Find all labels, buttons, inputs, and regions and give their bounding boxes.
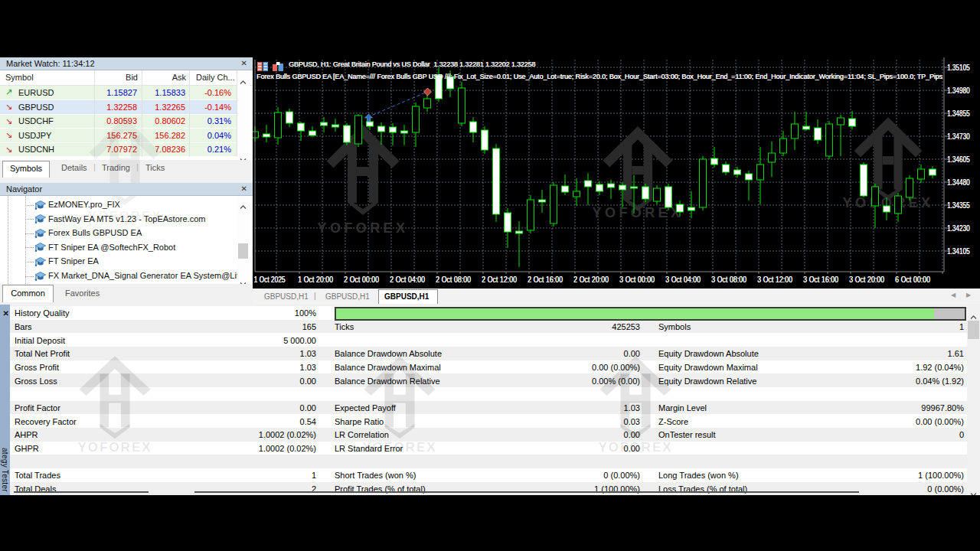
svg-text:YOFOREX: YOFOREX [318,220,409,236]
svg-text:3 Oct 04:00: 3 Oct 04:00 [665,276,701,284]
svg-text:1.34855: 1.34855 [947,109,970,118]
svg-text:2 Oct 16:00: 2 Oct 16:00 [528,276,563,284]
svg-text:3 Oct 00:00: 3 Oct 00:00 [619,276,655,284]
svg-text:3 Oct 20:00: 3 Oct 20:00 [849,276,884,284]
svg-text:1.34230: 1.34230 [947,224,970,233]
svg-text:1.34980: 1.34980 [947,86,970,95]
svg-text:2 Oct 00:00: 2 Oct 00:00 [344,276,379,284]
svg-text:1.34480: 1.34480 [947,178,970,187]
svg-text:1.34605: 1.34605 [947,155,970,164]
svg-text:1 Oct 2025: 1 Oct 2025 [254,276,286,284]
svg-text:3 Oct 16:00: 3 Oct 16:00 [803,276,838,284]
svg-text:1.35105: 1.35105 [947,64,970,72]
svg-text:2 Oct 20:00: 2 Oct 20:00 [573,276,609,284]
svg-text:2 Oct 08:00: 2 Oct 08:00 [436,276,471,284]
svg-text:1.34730: 1.34730 [947,132,970,141]
svg-text:1 Oct 20:00: 1 Oct 20:00 [298,276,333,284]
svg-text:2 Oct 04:00: 2 Oct 04:00 [390,276,425,284]
svg-text:1.34105: 1.34105 [947,247,970,256]
svg-text:2 Oct 12:00: 2 Oct 12:00 [482,276,517,284]
svg-text:6 Oct 00:00: 6 Oct 00:00 [895,276,930,284]
svg-text:3 Oct 08:00: 3 Oct 08:00 [711,276,746,284]
svg-text:3 Oct 12:00: 3 Oct 12:00 [757,276,792,284]
svg-text:1.34355: 1.34355 [947,201,970,210]
